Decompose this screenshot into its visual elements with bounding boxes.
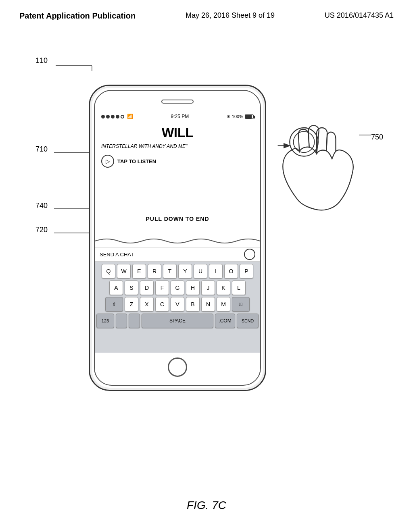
key-t[interactable]: T xyxy=(163,264,177,278)
key-h[interactable]: H xyxy=(186,281,200,295)
sheet-info: May 26, 2016 Sheet 9 of 19 xyxy=(186,11,275,20)
key-w[interactable]: W xyxy=(117,264,131,278)
status-bar: 📶 9:25 PM ✳ 100% xyxy=(95,111,260,122)
label-110: 110 xyxy=(35,56,48,65)
speaker-slot xyxy=(161,100,194,104)
hand-gesture xyxy=(270,112,375,217)
contact-name: WILL xyxy=(95,122,260,140)
key-r[interactable]: R xyxy=(148,264,161,278)
keyboard-row-2: A S D F G H J K L xyxy=(96,281,259,295)
wifi-icon: 📶 xyxy=(127,114,133,119)
key-o[interactable]: O xyxy=(224,264,238,278)
key-a[interactable]: A xyxy=(109,281,123,295)
audio-player[interactable]: ▷ TAP TO LISTEN xyxy=(95,152,260,170)
key-m[interactable]: M xyxy=(217,297,230,312)
key-y[interactable]: Y xyxy=(178,264,192,278)
diagram-area: 110 710 740 720 750 xyxy=(24,52,387,476)
keyboard-row-4: 123 SPACE .COM SEND xyxy=(96,314,259,328)
play-button[interactable]: ▷ xyxy=(101,155,114,168)
message-area: INTERSTELLAR WITH ANDY AND ME" xyxy=(95,140,260,152)
key-send[interactable]: SEND xyxy=(237,314,259,328)
dot-4 xyxy=(116,115,119,118)
label-740: 740 xyxy=(35,202,48,210)
key-g[interactable]: G xyxy=(171,281,184,295)
chat-circle-button[interactable] xyxy=(244,249,255,260)
keyboard-row-3: ⇧ Z X C V B N M ⬅⃞ xyxy=(96,297,259,312)
pull-down-area: PULL DOWN TO END xyxy=(95,203,260,235)
key-z[interactable]: Z xyxy=(125,297,138,312)
label-720: 720 xyxy=(35,226,48,234)
key-e[interactable]: E xyxy=(132,264,146,278)
key-com[interactable]: .COM xyxy=(215,314,235,328)
key-j[interactable]: J xyxy=(201,281,215,295)
battery-icon xyxy=(245,114,254,119)
label-110-line xyxy=(56,60,104,72)
message-text: INTERSTELLAR WITH ANDY AND ME" xyxy=(101,143,254,149)
pull-down-text: PULL DOWN TO END xyxy=(146,216,209,222)
wave-separator xyxy=(95,235,260,247)
chat-input-placeholder: SEND A CHAT xyxy=(100,251,244,258)
status-right: ✳ 100% xyxy=(227,114,254,119)
figure-caption: FIG. 7C xyxy=(187,499,226,512)
tap-to-listen-label: TAP TO LISTEN xyxy=(117,158,156,164)
key-l[interactable]: L xyxy=(232,281,246,295)
publication-title: Patent Application Publication xyxy=(19,11,136,21)
phone-device: 📶 9:25 PM ✳ 100% WILL INTER xyxy=(89,85,266,391)
key-shift[interactable]: ⇧ xyxy=(105,297,123,312)
dot-3 xyxy=(111,115,115,118)
key-q[interactable]: Q xyxy=(102,264,115,278)
patent-number: US 2016/0147435 A1 xyxy=(325,11,394,20)
screen-content: WILL INTERSTELLAR WITH ANDY AND ME" ▷ TA… xyxy=(95,122,260,353)
signal-dots: 📶 xyxy=(101,114,133,119)
dot-2 xyxy=(106,115,110,118)
key-k[interactable]: K xyxy=(217,281,230,295)
page-header: Patent Application Publication May 26, 2… xyxy=(0,0,413,21)
key-backspace[interactable]: ⬅⃞ xyxy=(232,297,250,312)
key-p[interactable]: P xyxy=(240,264,253,278)
status-time: 9:25 PM xyxy=(133,114,227,119)
key-empty-2 xyxy=(129,314,140,328)
svg-point-10 xyxy=(294,131,315,152)
key-f[interactable]: F xyxy=(155,281,169,295)
bluetooth-icon: ✳ xyxy=(227,114,230,119)
key-space[interactable]: SPACE xyxy=(142,314,213,328)
keyboard: Q W E R T Y U I O P A S xyxy=(95,262,260,353)
key-s[interactable]: S xyxy=(125,281,138,295)
key-x[interactable]: X xyxy=(140,297,154,312)
key-empty-1 xyxy=(116,314,127,328)
keyboard-row-1: Q W E R T Y U I O P xyxy=(96,264,259,278)
home-button[interactable] xyxy=(168,357,187,377)
phone-inner: 📶 9:25 PM ✳ 100% WILL INTER xyxy=(94,90,261,386)
key-d[interactable]: D xyxy=(140,281,154,295)
label-710: 710 xyxy=(35,145,48,154)
svg-point-9 xyxy=(290,128,318,156)
key-n[interactable]: N xyxy=(201,297,215,312)
battery-percent: 100% xyxy=(232,114,243,119)
key-123[interactable]: 123 xyxy=(96,314,114,328)
dot-1 xyxy=(101,115,105,118)
key-v[interactable]: V xyxy=(171,297,184,312)
key-c[interactable]: C xyxy=(155,297,169,312)
key-b[interactable]: B xyxy=(186,297,200,312)
key-u[interactable]: U xyxy=(194,264,207,278)
key-i[interactable]: I xyxy=(209,264,223,278)
waveform-svg xyxy=(95,235,260,247)
chat-input-area[interactable]: SEND A CHAT xyxy=(95,247,260,262)
dot-5 xyxy=(121,115,124,118)
